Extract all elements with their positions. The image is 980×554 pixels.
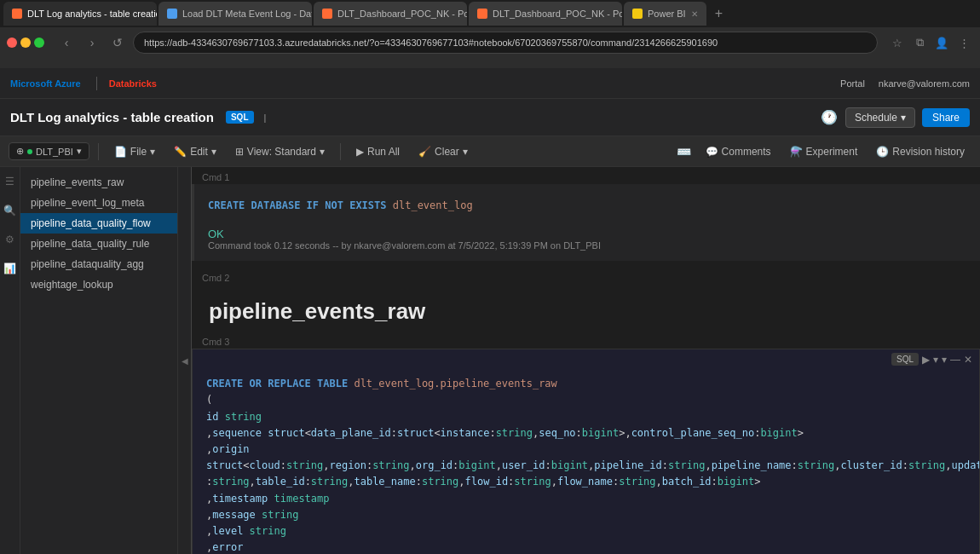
- cmd1-code: CREATE DATABASE IF NOT EXISTS dlt_event_…: [208, 194, 966, 221]
- cmd1-label: Cmd 1: [192, 167, 980, 184]
- view-icon: ⊞: [235, 146, 244, 158]
- databricks-logo[interactable]: Databricks: [109, 78, 157, 89]
- tab-label: Power BI: [648, 9, 686, 19]
- close-window-btn[interactable]: [7, 38, 17, 48]
- code-line-11: ,error: [206, 540, 966, 554]
- address-bar[interactable]: https://adb-4334630769677103.3.azuredata…: [133, 32, 878, 54]
- left-icon-1[interactable]: ☰: [3, 174, 18, 189]
- tab-favicon: [632, 9, 643, 19]
- left-icon-3[interactable]: ⚙: [3, 232, 18, 247]
- star-icon[interactable]: ☆: [888, 33, 907, 52]
- run-options-icon[interactable]: ▾: [933, 354, 938, 366]
- code-line-6: struct<cloud:string,region:string,org_id…: [206, 458, 966, 474]
- sidebar-item-event-log-meta[interactable]: pipeline_event_log_meta: [20, 193, 177, 213]
- forward-button[interactable]: ›: [82, 32, 102, 53]
- maximize-window-btn[interactable]: [34, 38, 44, 48]
- extensions-icon[interactable]: ⧉: [910, 33, 929, 52]
- experiment-label: Experiment: [806, 146, 858, 158]
- revision-label: Revision history: [892, 146, 965, 158]
- run-all-button[interactable]: ▶ Run All: [349, 142, 406, 161]
- profile-icon[interactable]: 👤: [932, 33, 951, 52]
- cmd1-output: OK Command took 0.12 seconds -- by nkarv…: [208, 228, 966, 251]
- code-line-10: ,level string: [206, 523, 966, 540]
- experiment-icon: ⚗️: [790, 146, 803, 158]
- cluster-name: DLT_PBI: [36, 147, 73, 157]
- code-line-4: ,sequence struct<data_plane_id:struct<in…: [206, 425, 966, 441]
- code-line-5: ,origin: [206, 441, 966, 458]
- share-button[interactable]: Share: [922, 108, 970, 127]
- view-label: View: Standard: [247, 146, 316, 158]
- cmd1-cell: CREATE DATABASE IF NOT EXISTS dlt_event_…: [192, 184, 980, 261]
- sidebar-item-quality-flow[interactable]: pipeline_data_quality_flow: [20, 213, 177, 234]
- schedule-chevron: ▾: [901, 112, 906, 124]
- cmd2-label: Cmd 2: [192, 268, 980, 285]
- left-icon-4[interactable]: 📊: [3, 261, 18, 276]
- user-label: nkarve@valorem.com: [879, 78, 970, 89]
- run-all-label: Run All: [367, 146, 400, 158]
- sidebar-item-dataquality-agg[interactable]: pipeline_dataquality_agg: [20, 254, 177, 274]
- clear-button[interactable]: 🧹 Clear ▾: [412, 142, 475, 161]
- portal-link[interactable]: Portal: [840, 78, 865, 89]
- notebook-actions: 🕐 Schedule ▾ Share: [820, 107, 970, 128]
- main-area: ☰ 🔍 ⚙ 📊 pipeline_events_raw pipeline_eve…: [0, 167, 980, 554]
- comments-label: Comments: [722, 146, 771, 158]
- new-tab-button[interactable]: +: [708, 6, 729, 21]
- tabs-bar: DLT Log analytics - table creatio... ✕ L…: [0, 0, 980, 27]
- code-line-8: ,timestamp timestamp: [206, 491, 966, 507]
- run-cell-icon[interactable]: ▶: [922, 354, 930, 366]
- tab-dashboard1[interactable]: DLT_Dashboard_POC_NK - Pow... ✕: [314, 2, 467, 26]
- window-controls: [7, 38, 44, 48]
- edit-button[interactable]: ✏️ Edit ▾: [167, 142, 223, 161]
- cmd3-toolbar: SQL ▶ ▾ ▾ — ✕: [193, 349, 979, 369]
- code-line-9: ,message string: [206, 507, 966, 523]
- reload-button[interactable]: ↺: [107, 32, 128, 53]
- sidebar-item-quality-rule[interactable]: pipeline_data_quality_rule: [20, 234, 177, 254]
- cmd3-label: Cmd 3: [192, 332, 980, 349]
- tab-favicon: [12, 9, 22, 19]
- toolbar-separator1: [98, 143, 99, 160]
- db-name: dlt_event_log: [393, 199, 473, 211]
- tab-powerbi[interactable]: Power BI ✕: [624, 2, 706, 26]
- cmd2-heading: pipeline_events_raw: [209, 298, 963, 325]
- url-text: https://adb-4334630769677103.3.azuredata…: [144, 38, 718, 48]
- menu-icon[interactable]: ⋮: [954, 33, 973, 52]
- tab-close-icon[interactable]: ✕: [691, 9, 698, 19]
- tab-dashboard2[interactable]: DLT_Dashboard_POC_NK - Pow... ✕: [469, 2, 622, 26]
- view-chevron: ▾: [320, 146, 325, 158]
- experiment-button[interactable]: ⚗️ Experiment: [783, 142, 865, 161]
- create-keyword: CREATE DATABASE IF NOT EXISTS: [208, 199, 387, 211]
- sidebar-item-events-raw[interactable]: pipeline_events_raw: [20, 172, 177, 193]
- minimize-window-btn[interactable]: [20, 38, 31, 48]
- tab-label: Load DLT Meta Event Log - Dat...: [182, 9, 312, 19]
- tab-load-dlt[interactable]: Load DLT Meta Event Log - Dat... ✕: [159, 2, 312, 26]
- left-icon-2[interactable]: 🔍: [3, 203, 18, 218]
- back-button[interactable]: ‹: [56, 32, 77, 53]
- schedule-button[interactable]: Schedule ▾: [845, 107, 915, 128]
- notebook-header: DLT Log analytics - table creation SQL |…: [0, 99, 980, 136]
- ms-azure-logo[interactable]: Microsoft Azure: [10, 78, 81, 89]
- run-all-icon: ▶: [356, 146, 364, 158]
- file-chevron: ▾: [150, 146, 155, 158]
- tab-dlt-log-analytics[interactable]: DLT Log analytics - table creatio... ✕: [3, 2, 157, 26]
- revision-button[interactable]: 🕒 Revision history: [869, 142, 971, 161]
- left-icons-panel: ☰ 🔍 ⚙ 📊: [0, 167, 20, 554]
- comments-button[interactable]: 💬 Comments: [699, 142, 778, 161]
- comments-icon: 💬: [706, 146, 718, 158]
- cell-menu-icon[interactable]: ▾: [942, 354, 947, 366]
- file-label: File: [130, 146, 147, 158]
- file-button[interactable]: 📄 File ▾: [107, 142, 162, 161]
- code-line-7: :string,table_id:string,table_name:strin…: [206, 474, 966, 490]
- view-button[interactable]: ⊞ View: Standard ▾: [228, 142, 331, 161]
- collapse-icon[interactable]: —: [950, 354, 960, 366]
- clock-icon[interactable]: 🕐: [820, 108, 839, 127]
- cluster-status-dot: [27, 149, 32, 154]
- keyboard-icon[interactable]: ⌨️: [675, 142, 694, 161]
- close-cell-icon[interactable]: ✕: [964, 354, 972, 366]
- browser-controls: ‹ › ↺ https://adb-4334630769677103.3.azu…: [0, 27, 980, 58]
- clear-label: Clear: [435, 146, 459, 158]
- code-line-2: (: [206, 392, 966, 408]
- cluster-dropdown-icon: ▾: [77, 146, 82, 157]
- sidebar-toggle[interactable]: ◀: [178, 167, 192, 554]
- sidebar-item-weightage-lookup[interactable]: weightage_lookup: [20, 274, 177, 295]
- cluster-selector[interactable]: ⊕ DLT_PBI ▾: [9, 142, 89, 160]
